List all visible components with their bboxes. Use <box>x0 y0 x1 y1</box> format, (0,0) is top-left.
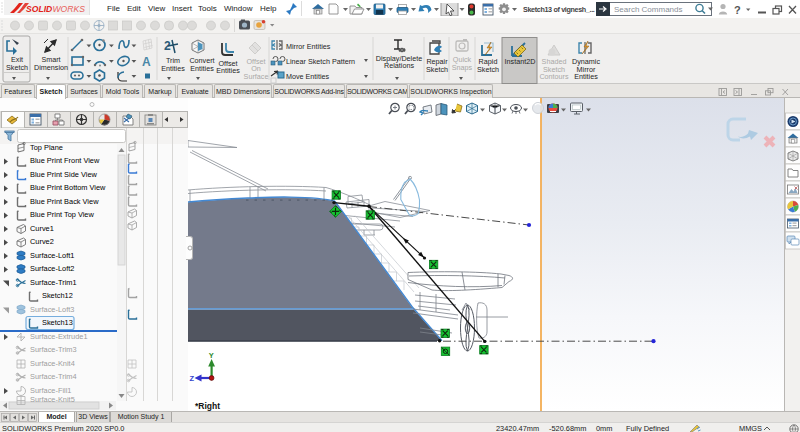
svg-text:A: A <box>142 55 151 69</box>
svg-text:WORKS: WORKS <box>53 4 86 14</box>
svg-text:Y: Y <box>209 351 214 360</box>
svg-text:?: ? <box>734 4 741 16</box>
svg-text:*Right: *Right <box>195 401 220 411</box>
svg-text:SOLID: SOLID <box>26 4 52 14</box>
svg-text:Z: Z <box>190 374 195 383</box>
